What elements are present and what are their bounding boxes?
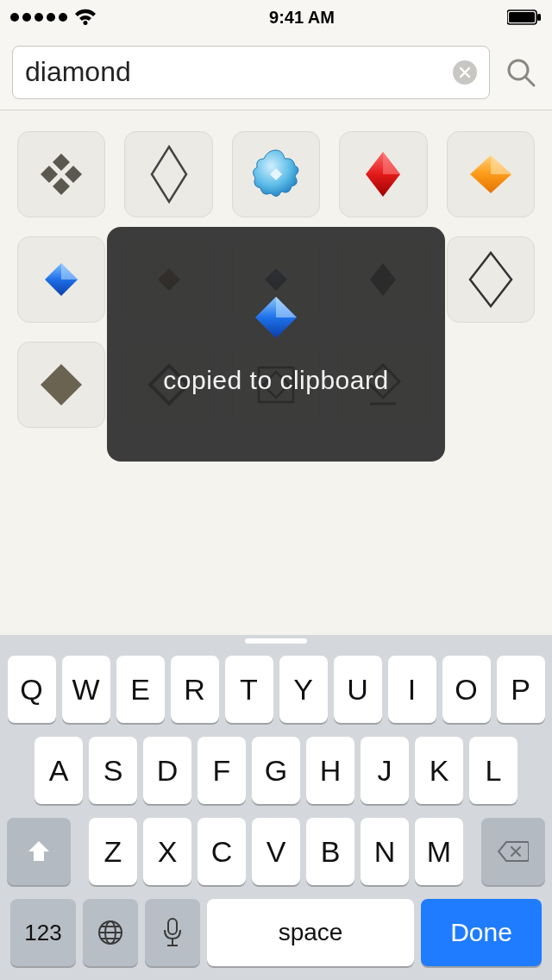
diamond-orange-icon (467, 150, 515, 198)
keyboard-handle[interactable] (0, 635, 552, 645)
status-time: 9:41 AM (269, 8, 335, 28)
globe-icon (97, 919, 124, 946)
result-diamond-solid-darktan[interactable] (17, 342, 105, 428)
keyboard: Q W E R T Y U I O P A S D F G H J K L (0, 635, 552, 980)
result-diamond-blue-small[interactable] (17, 236, 105, 323)
result-diamond-outline[interactable] (124, 131, 212, 217)
battery-icon (507, 9, 542, 25)
search-input[interactable] (25, 56, 444, 88)
svg-point-3 (509, 60, 528, 79)
clear-search-button[interactable] (453, 60, 477, 85)
key-w[interactable]: W (62, 656, 110, 723)
key-globe[interactable] (83, 899, 138, 966)
key-l[interactable]: L (469, 737, 518, 804)
diamond-blue-small-icon (42, 261, 80, 298)
status-left (10, 9, 97, 26)
backspace-icon (498, 840, 529, 863)
key-d[interactable]: D (143, 737, 191, 804)
key-n[interactable]: N (361, 818, 409, 885)
key-i[interactable]: I (388, 656, 436, 723)
key-z[interactable]: Z (89, 818, 137, 885)
status-bar: 9:41 AM (0, 0, 552, 35)
result-diamond-outline-large[interactable] (447, 236, 535, 323)
keyboard-row-3: Z X C V B N M (5, 818, 547, 885)
key-backspace[interactable] (481, 818, 545, 885)
diamond-red-icon (362, 148, 404, 200)
key-done[interactable]: Done (421, 899, 542, 966)
close-icon (459, 66, 471, 79)
result-diamond-red[interactable] (339, 131, 427, 217)
key-c[interactable]: C (198, 818, 246, 885)
svg-line-4 (526, 78, 534, 85)
key-y[interactable]: Y (279, 656, 328, 723)
toast-text: copied to clipboard (163, 366, 388, 395)
status-right (507, 9, 542, 25)
svg-rect-2 (537, 14, 541, 21)
key-j[interactable]: J (361, 737, 409, 804)
results-area: copied to clipboard (0, 110, 552, 449)
key-o[interactable]: O (442, 656, 491, 723)
wifi-icon (74, 9, 97, 26)
key-t[interactable]: T (225, 656, 273, 723)
diamond-outline-icon (143, 143, 195, 205)
diamond-decorative-blue-icon (248, 147, 304, 202)
result-diamond-orange[interactable] (447, 131, 535, 217)
key-space[interactable]: space (207, 899, 414, 966)
signal-strength-icon (10, 13, 67, 22)
key-shift[interactable] (7, 818, 71, 885)
keyboard-row-1: Q W E R T Y U I O P (5, 656, 547, 723)
result-diamond-decorative-blue[interactable] (232, 131, 320, 217)
result-diamond-cluster[interactable] (17, 131, 105, 217)
search-icon (505, 56, 537, 89)
microphone-icon (163, 918, 182, 947)
key-b[interactable]: B (306, 818, 354, 885)
key-a[interactable]: A (34, 737, 83, 804)
diamond-cluster-icon (35, 148, 87, 200)
search-button[interactable] (502, 53, 540, 91)
diamond-outline-large-icon (467, 250, 515, 309)
key-g[interactable]: G (252, 737, 300, 804)
diamond-blue-icon (252, 293, 300, 342)
svg-rect-13 (168, 919, 177, 934)
key-f[interactable]: F (198, 737, 246, 804)
shift-icon (26, 839, 52, 864)
key-x[interactable]: X (143, 818, 191, 885)
key-m[interactable]: M (415, 818, 463, 885)
svg-rect-1 (509, 12, 535, 22)
search-field[interactable] (12, 46, 490, 99)
key-u[interactable]: U (334, 656, 382, 723)
key-s[interactable]: S (89, 737, 137, 804)
keyboard-row-2: A S D F G H J K L (5, 737, 547, 804)
diamond-solid-darktan-icon (37, 361, 85, 409)
search-bar (0, 35, 552, 110)
key-e[interactable]: E (116, 656, 165, 723)
key-numbers[interactable]: 123 (10, 899, 76, 966)
key-q[interactable]: Q (8, 656, 56, 723)
key-k[interactable]: K (415, 737, 463, 804)
key-p[interactable]: P (497, 656, 545, 723)
keyboard-row-4: 123 space Done (5, 899, 547, 975)
key-dictation[interactable] (145, 899, 200, 966)
toast-copied: copied to clipboard (107, 227, 445, 462)
key-h[interactable]: H (306, 737, 354, 804)
key-v[interactable]: V (252, 818, 300, 885)
key-r[interactable]: R (171, 656, 219, 723)
